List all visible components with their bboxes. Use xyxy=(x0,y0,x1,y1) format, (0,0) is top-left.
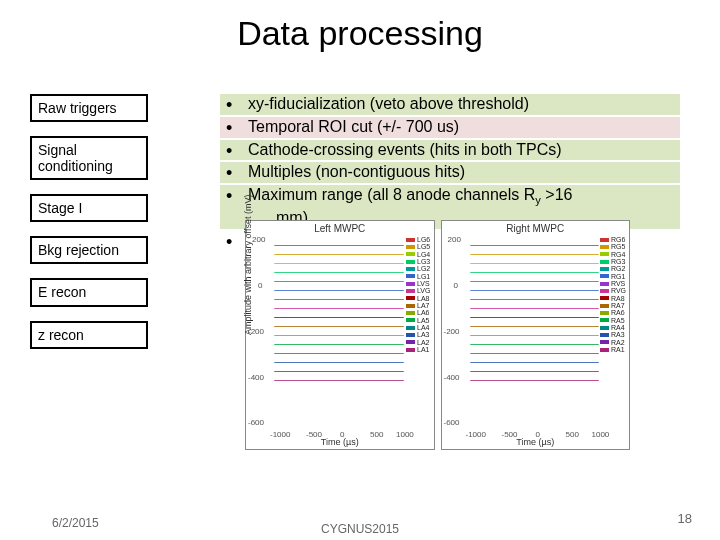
bullet-temporal-roi: Temporal ROI cut (+/- 700 us) xyxy=(220,117,680,138)
chart-right-legend: RG6RG5RG4RG3RG2RG1RVSRVGRA8RA7RA6RA5RA4R… xyxy=(599,235,627,355)
box-signal-conditioning: Signal conditioning xyxy=(30,136,148,180)
bullet-multiples: Multiples (non-contiguous hits) xyxy=(220,162,680,183)
pipeline-boxes: Raw triggers Signal conditioning Stage I… xyxy=(30,94,148,363)
chart-left-traces xyxy=(274,237,404,429)
chart-right-mwpc: Right MWPC Time (µs) RG6RG5RG4RG3RG2RG1R… xyxy=(441,220,631,450)
chart-left-mwpc: Left MWPC Amplitude with arbitrary offse… xyxy=(245,220,435,450)
box-z-recon: z recon xyxy=(30,321,148,349)
chart-right-title: Right MWPC xyxy=(442,223,630,234)
chart-right-traces xyxy=(470,237,600,429)
bullet-max-range-text: Maximum range (all 8 anode channels Ry >… xyxy=(248,186,572,203)
box-e-recon: E recon xyxy=(30,278,148,306)
slide-title: Data processing xyxy=(0,14,720,53)
bullet-cathode-crossing: Cathode-crossing events (hits in both TP… xyxy=(220,140,680,161)
box-stage-1: Stage I xyxy=(30,194,148,222)
chart-area: Left MWPC Amplitude with arbitrary offse… xyxy=(245,220,630,450)
chart-left-legend: LG6LG5LG4LG3LG2LG1LVSLVGLA8LA7LA6LA5LA4L… xyxy=(405,235,432,355)
bullet-xy-fiducialization: xy-fiducialization (veto above threshold… xyxy=(220,94,680,115)
footer-conference: CYGNUS2015 xyxy=(0,522,720,536)
box-raw-triggers: Raw triggers xyxy=(30,94,148,122)
chart-left-title: Left MWPC xyxy=(246,223,434,234)
chart-left-ylabel: Amplitude with arbitrary offset (mV) xyxy=(243,195,253,335)
footer-page-number: 18 xyxy=(678,511,692,526)
box-bkg-rejection: Bkg rejection xyxy=(30,236,148,264)
